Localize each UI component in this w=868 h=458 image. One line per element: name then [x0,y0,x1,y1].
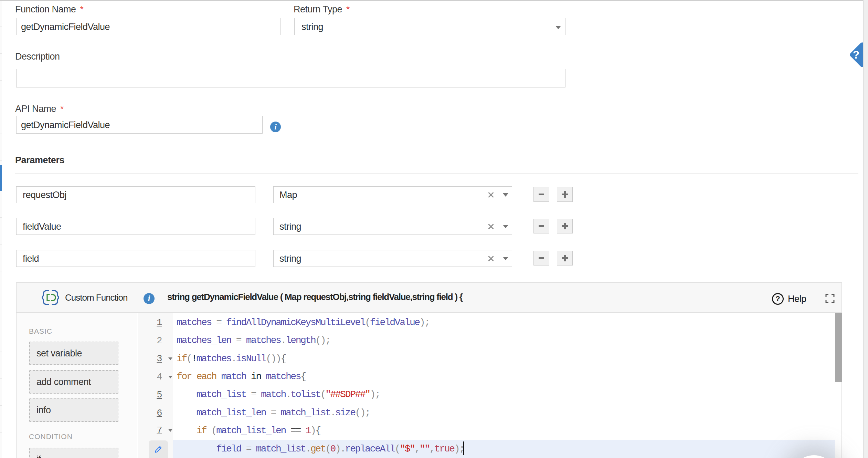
svg-text:?: ? [853,49,860,61]
